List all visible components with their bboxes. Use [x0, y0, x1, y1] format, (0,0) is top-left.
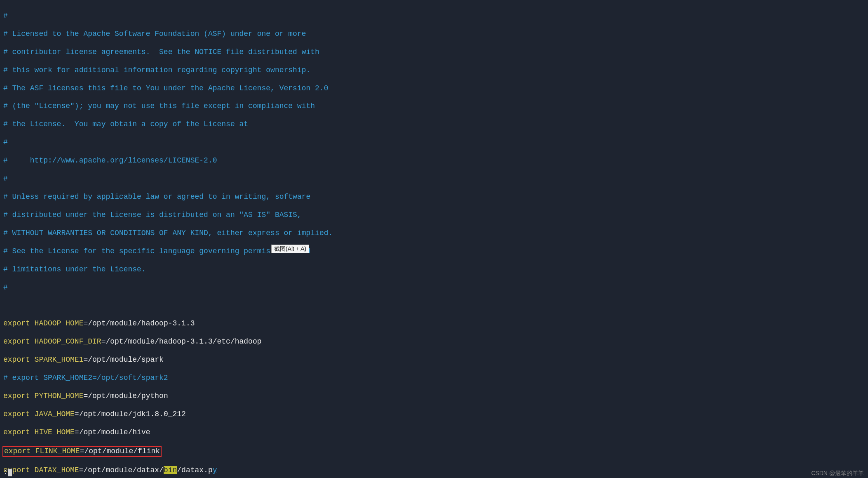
export-python: export PYTHON_HOME=/opt/module/python [3, 392, 865, 401]
license-line: # See the License for the specific langu… [3, 247, 865, 256]
export-hadoop-conf: export HADOOP_CONF_DIR=/opt/module/hadoo… [3, 337, 865, 346]
cursor-icon [8, 469, 12, 476]
license-line: # Licensed to the Apache Software Founda… [3, 30, 865, 39]
license-line: # [3, 283, 865, 292]
export-hive: export HIVE_HOME=/opt/module/hive [3, 428, 865, 437]
license-line: # WITHOUT WARRANTIES OR CONDITIONS OF AN… [3, 229, 865, 238]
export-spark2-commented: # export SPARK_HOME2=/opt/soft/spark2 [3, 374, 865, 383]
export-flink-highlighted: export FLINK_HOME=/opt/module/flink [3, 446, 865, 457]
export-java: export JAVA_HOME=/opt/module/jdk1.8.0_21… [3, 410, 865, 419]
license-line: # contributor license agreements. See th… [3, 48, 865, 57]
license-line: # [3, 138, 865, 147]
license-line: # http://www.apache.org/licenses/LICENSE… [3, 156, 865, 165]
license-line: # (the "License"); you may not use this … [3, 102, 865, 111]
export-datax: export DATAX_HOME=/opt/module/datax/bin/… [3, 466, 865, 475]
watermark: CSDN @最笨的羊羊 [811, 470, 864, 477]
license-line: # the License. You may obtain a copy of … [3, 120, 865, 129]
license-line: # Unless required by applicable law or a… [3, 193, 865, 202]
license-line: # The ASF licenses this file to You unde… [3, 84, 865, 93]
blank-line [3, 301, 865, 310]
license-line: # limitations under the License. [3, 265, 865, 274]
license-line: # distributed under the License is distr… [3, 211, 865, 220]
screenshot-tooltip: 截图(Alt + A) [271, 245, 309, 253]
license-line: # this work for additional information r… [3, 66, 865, 75]
vim-command-line[interactable]: : [3, 468, 12, 477]
terminal-editor[interactable]: # # Licensed to the Apache Software Foun… [0, 0, 868, 478]
license-line: # [3, 174, 865, 184]
license-line: # [3, 12, 865, 21]
export-spark1: export SPARK_HOME1=/opt/module/spark [3, 356, 865, 365]
export-hadoop-home: export HADOOP_HOME=/opt/module/hadoop-3.… [3, 319, 865, 328]
